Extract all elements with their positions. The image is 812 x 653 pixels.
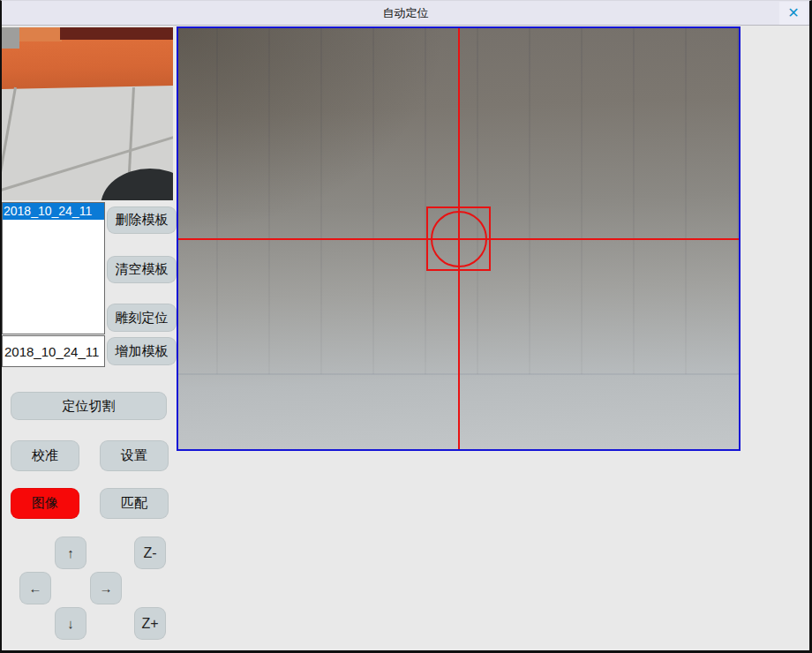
jog-down-button[interactable]: ↓ bbox=[55, 607, 86, 640]
preview-light-orange-strip bbox=[19, 27, 62, 41]
clear-templates-button[interactable]: 清空模板 bbox=[107, 256, 177, 283]
jog-z-minus-button[interactable]: Z- bbox=[134, 537, 166, 569]
close-icon: ✕ bbox=[787, 6, 799, 20]
preview-dark-object bbox=[101, 169, 173, 200]
template-list-item[interactable]: 2018_10_24_11 bbox=[3, 203, 104, 220]
camera-view[interactable] bbox=[177, 26, 741, 451]
preview-tile-grout-left bbox=[2, 87, 17, 200]
template-list[interactable]: 2018_10_24_11 bbox=[2, 202, 105, 334]
preview-dark-strip bbox=[60, 27, 173, 40]
match-button[interactable]: 匹配 bbox=[100, 488, 169, 519]
close-button[interactable]: ✕ bbox=[779, 2, 808, 25]
dialog-title: 自动定位 bbox=[383, 5, 429, 21]
calibrate-button[interactable]: 校准 bbox=[11, 440, 79, 471]
delete-template-button[interactable]: 删除模板 bbox=[107, 206, 177, 234]
preview-orange-beam bbox=[2, 34, 173, 89]
jog-z-plus-button[interactable]: Z+ bbox=[134, 607, 166, 640]
locate-cut-button[interactable]: 定位切割 bbox=[11, 392, 167, 420]
jog-up-button[interactable]: ↑ bbox=[55, 537, 86, 569]
title-bar: 自动定位 ✕ bbox=[2, 1, 809, 26]
template-name-input[interactable] bbox=[2, 335, 105, 367]
preview-gray-block bbox=[2, 27, 19, 49]
jog-right-button[interactable]: → bbox=[90, 572, 122, 604]
roi-circle bbox=[431, 211, 487, 267]
engrave-locate-button[interactable]: 雕刻定位 bbox=[107, 304, 177, 332]
template-preview-image bbox=[2, 27, 173, 200]
settings-button[interactable]: 设置 bbox=[100, 440, 169, 471]
image-mode-button[interactable]: 图像 bbox=[11, 488, 79, 519]
jog-left-button[interactable]: ← bbox=[19, 572, 51, 604]
add-template-button[interactable]: 增加模板 bbox=[107, 337, 177, 365]
auto-position-dialog: 自动定位 ✕ 2018_10_24_11 删除模板 清空模板 雕刻定位 增加模板… bbox=[0, 0, 812, 653]
